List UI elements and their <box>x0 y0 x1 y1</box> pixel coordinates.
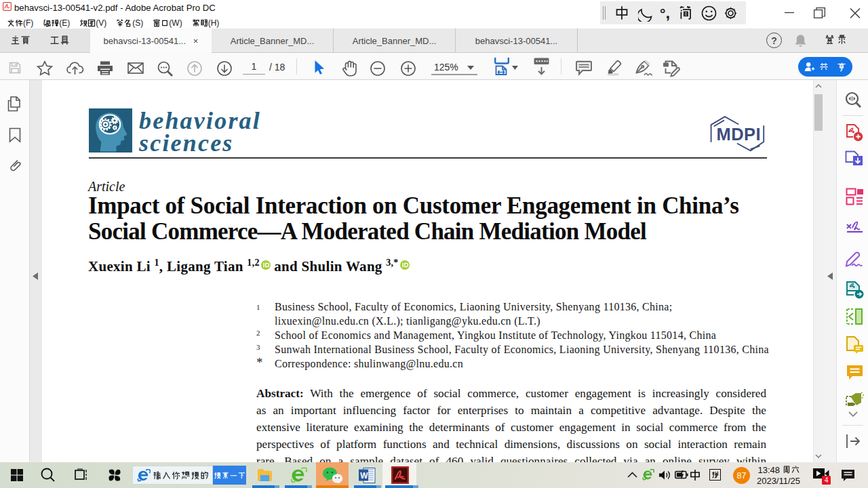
svg-text:4: 4 <box>825 476 829 484</box>
svg-text:MDPI: MDPI <box>717 125 761 144</box>
svg-text:W: W <box>360 471 368 481</box>
